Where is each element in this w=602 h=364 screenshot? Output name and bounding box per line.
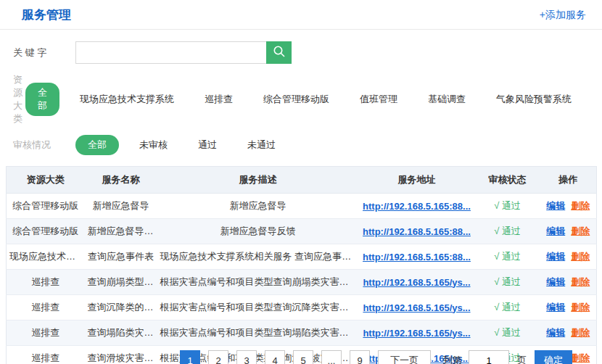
table-row: 综合管理移动版 新增应急督导反馈 新增应急督导反馈 http://192.168… — [7, 219, 597, 244]
status-badge: √ 通过 — [494, 302, 521, 313]
cell-category: 巡排查 — [7, 295, 85, 320]
col-header-status: 审核状态 — [475, 167, 540, 194]
delete-link[interactable]: 删除 — [571, 200, 590, 211]
resource-option-0[interactable]: 现场应急技术支撑系统 — [80, 93, 174, 106]
col-header-description: 服务描述 — [157, 167, 359, 194]
cell-name: 查询滑坡灾害点... — [85, 346, 157, 364]
status-badge: √ 通过 — [494, 251, 521, 262]
page-ellipsis: ... — [321, 350, 342, 364]
search-row: 关 键 字 — [13, 41, 602, 64]
cell-name: 新增应急督导反馈 — [85, 219, 157, 244]
audit-option-0[interactable]: 未审核 — [139, 138, 168, 152]
resource-filter-all-chip[interactable]: 全部 — [25, 83, 59, 116]
goto-page-input[interactable] — [469, 350, 509, 364]
audit-filter-label: 审核情况 — [13, 138, 75, 152]
audit-option-1[interactable]: 通过 — [198, 138, 217, 152]
service-url-link[interactable]: http://192.168.5.165:88... — [363, 252, 471, 262]
delete-link[interactable]: 删除 — [571, 226, 590, 236]
audit-filter-all-chip[interactable]: 全部 — [75, 135, 119, 155]
cell-description: 现场应急技术支撑系统相关服务 查询应急事件表 — [157, 244, 359, 270]
resource-option-3[interactable]: 值班管理 — [360, 93, 397, 106]
service-url-link[interactable]: http://192.168.5.165:88... — [363, 226, 471, 237]
next-page-button[interactable]: 下一页 — [378, 350, 431, 364]
status-badge: √ 通过 — [494, 327, 521, 338]
cell-category: 巡排查 — [7, 320, 85, 346]
pagination: 1 2 3 4 5 ... 9 下一页 到第 页 确定 — [180, 350, 572, 364]
cell-description: 根据灾害点编号和项目类型查询沉降类灾害点的详... — [157, 295, 359, 320]
edit-link[interactable]: 编辑 — [546, 276, 565, 287]
search-box — [75, 41, 292, 64]
service-url-link[interactable]: http://192.168.5.165/ys... — [363, 328, 470, 339]
page-header: 服务管理 +添加服务 — [0, 0, 602, 30]
delete-link[interactable]: 删除 — [571, 302, 590, 313]
service-url-link[interactable]: http://192.168.5.165/ys... — [363, 302, 470, 313]
audit-option-2[interactable]: 未通过 — [247, 138, 276, 152]
table-row: 巡排查 查询沉降类的灾... 根据灾害点编号和项目类型查询沉降类灾害点的详...… — [7, 295, 597, 320]
status-badge: √ 通过 — [494, 200, 521, 211]
resource-filter-label: 资源大类 — [13, 73, 25, 125]
services-table: 资源大类 服务名称 服务描述 服务地址 审核状态 操作 综合管理移动版 新增应急… — [6, 166, 597, 364]
cell-description: 新增应急督导 — [157, 194, 359, 219]
status-badge: √ 通过 — [494, 226, 521, 236]
cell-description: 新增应急督导反馈 — [157, 219, 359, 244]
goto-confirm-button[interactable]: 确定 — [535, 350, 572, 364]
search-button[interactable] — [266, 41, 292, 64]
delete-link[interactable]: 删除 — [571, 327, 590, 338]
filter-row-audit: 审核情况 全部 未审核 通过 未通过 — [13, 135, 602, 155]
cell-category: 巡排查 — [7, 346, 85, 364]
resource-option-4[interactable]: 基础调查 — [428, 93, 466, 106]
table-header-row: 资源大类 服务名称 服务描述 服务地址 审核状态 操作 — [7, 167, 597, 194]
goto-page-prefix: 到第 — [443, 354, 462, 364]
services-table-wrap: 资源大类 服务名称 服务描述 服务地址 审核状态 操作 综合管理移动版 新增应急… — [6, 166, 596, 364]
cell-description: 根据灾害点编号和项目类型查询塌陷类灾害点的详... — [157, 320, 359, 346]
resource-option-5[interactable]: 气象风险预警系统 — [496, 93, 572, 106]
table-row: 巡排查 查询崩塌类型的... 根据灾害点编号和项目类型查询崩塌类灾害点的详...… — [7, 270, 597, 295]
delete-link[interactable]: 删除 — [571, 352, 590, 363]
page-button-9[interactable]: 9 — [350, 350, 370, 364]
resource-option-2[interactable]: 综合管理移动版 — [263, 93, 329, 106]
goto-page-suffix: 页 — [517, 354, 527, 364]
cell-name: 查询塌陷类灾害... — [85, 320, 157, 346]
page-button-5[interactable]: 5 — [293, 350, 313, 364]
table-row: 综合管理移动版 新增应急督导 新增应急督导 http://192.168.5.1… — [7, 194, 597, 219]
cell-category: 综合管理移动版 — [7, 219, 85, 244]
col-header-name: 服务名称 — [85, 167, 157, 194]
page-button-4[interactable]: 4 — [265, 350, 285, 364]
delete-link[interactable]: 删除 — [571, 251, 590, 262]
edit-link[interactable]: 编辑 — [546, 327, 565, 338]
search-label: 关 键 字 — [13, 46, 75, 59]
cell-category: 巡排查 — [7, 270, 85, 295]
edit-link[interactable]: 编辑 — [546, 302, 565, 313]
cell-name: 查询应急事件表 — [85, 244, 157, 270]
page-title: 服务管理 — [22, 7, 71, 23]
col-header-category: 资源大类 — [7, 167, 85, 194]
edit-link[interactable]: 编辑 — [546, 251, 565, 262]
cell-name: 新增应急督导 — [85, 194, 157, 219]
search-icon — [273, 45, 286, 60]
status-badge: √ 通过 — [494, 276, 521, 287]
table-row: 现场应急技术支... 查询应急事件表 现场应急技术支撑系统相关服务 查询应急事件… — [7, 244, 597, 270]
edit-link[interactable]: 编辑 — [546, 226, 565, 236]
page-button-1[interactable]: 1 — [180, 350, 200, 364]
table-row: 巡排查 查询塌陷类灾害... 根据灾害点编号和项目类型查询塌陷类灾害点的详...… — [7, 320, 597, 346]
col-header-ops: 操作 — [540, 167, 597, 194]
cell-description: 根据灾害点编号和项目类型查询崩塌类灾害点的详... — [157, 270, 359, 295]
cell-category: 现场应急技术支... — [7, 244, 85, 270]
edit-link[interactable]: 编辑 — [546, 200, 565, 211]
page-button-2[interactable]: 2 — [208, 350, 228, 364]
search-input[interactable] — [75, 41, 266, 64]
service-url-link[interactable]: http://192.168.5.165:88... — [363, 201, 471, 212]
add-service-button[interactable]: +添加服务 — [540, 9, 586, 22]
cell-name: 查询沉降类的灾... — [85, 295, 157, 320]
service-url-link[interactable]: http://192.168.5.165/ys... — [363, 277, 470, 288]
page-button-3[interactable]: 3 — [236, 350, 257, 364]
resource-option-1[interactable]: 巡排查 — [205, 93, 233, 106]
cell-category: 综合管理移动版 — [7, 194, 85, 219]
col-header-url: 服务地址 — [359, 167, 475, 194]
cell-name: 查询崩塌类型的... — [85, 270, 157, 295]
filter-row-resource: 资源大类 全部 现场应急技术支撑系统 巡排查 综合管理移动版 值班管理 基础调查… — [13, 73, 602, 125]
delete-link[interactable]: 删除 — [571, 276, 590, 287]
